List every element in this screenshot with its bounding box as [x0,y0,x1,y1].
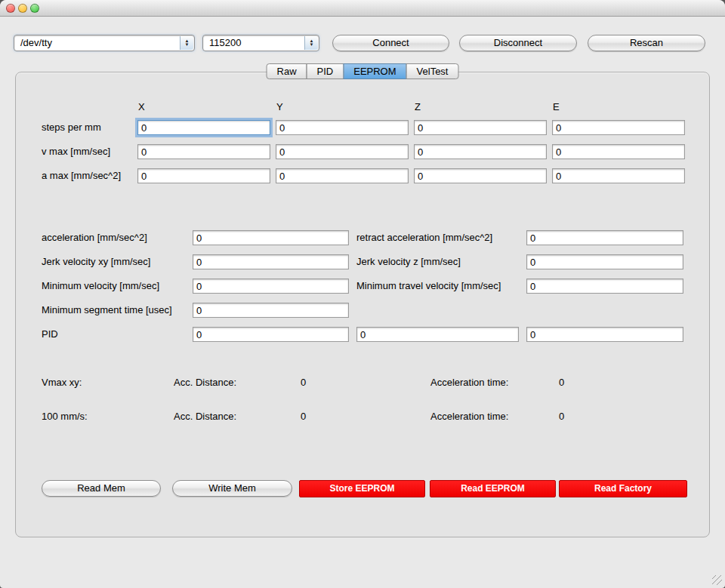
zoom-button[interactable] [30,4,39,13]
acceleration-input[interactable] [193,230,349,245]
minimize-button[interactable] [18,4,27,13]
jerk-velocity-z-label: Jerk velocity z [mm/sec] [356,254,461,269]
axis-header-y: Y [276,100,283,115]
port-select[interactable]: /dev/tty ▲▼ [14,35,195,51]
speed-100-label: 100 mm/s: [42,409,88,424]
jerk-velocity-xy-label: Jerk velocity xy [mm/sec] [42,254,150,269]
minimum-travel-velocity-input[interactable] [526,279,683,294]
a-max-label: a max [mm/sec^2] [42,168,121,183]
pid-d-input[interactable] [526,327,683,342]
acceleration-label: acceleration [mm/sec^2] [42,230,147,245]
baud-select-value: 115200 [209,37,241,48]
steps-per-mm-input-y[interactable] [276,120,409,135]
port-select-value: /dev/tty [20,37,52,48]
steps-per-mm-label: steps per mm [42,120,101,135]
close-button[interactable] [6,4,15,13]
minimum-segment-time-label: Minimum segment time [usec] [42,303,172,318]
read-factory-button[interactable]: Read Factory [559,480,687,497]
tab-eeprom[interactable]: EEPROM [343,63,406,79]
vmax-acc-distance-value: 0 [301,375,306,390]
speed-100-acc-time-label: Acceleration time: [430,409,508,424]
store-eeprom-button[interactable]: Store EEPROM [299,480,425,497]
baud-select[interactable]: 115200 ▲▼ [202,35,319,51]
vmax-acc-distance-label: Acc. Distance: [174,375,236,390]
tab-veltest[interactable]: VelTest [406,63,459,79]
vmax-xy-label: Vmax xy: [42,375,82,390]
minimum-velocity-label: Minimum velocity [mm/sec] [42,279,159,294]
vmax-acc-time-value: 0 [559,375,564,390]
a-max-input-x[interactable] [137,168,270,183]
read-eeprom-button[interactable]: Read EEPROM [430,480,556,497]
v-max-input-x[interactable] [137,144,270,159]
tab-raw[interactable]: Raw [267,63,307,79]
connect-button[interactable]: Connect [332,35,449,51]
v-max-label: v max [mm/sec] [42,144,110,159]
retract-acceleration-label: retract acceleration [mm/sec^2] [356,230,492,245]
pid-i-input[interactable] [356,327,519,342]
tab-pid[interactable]: PID [307,63,344,79]
titlebar [0,0,725,17]
speed-100-acc-time-value: 0 [559,409,564,424]
jerk-velocity-xy-input[interactable] [193,254,349,269]
steps-per-mm-input-e[interactable] [552,120,685,135]
minimum-travel-velocity-label: Minimum travel velocity [mm/sec] [356,279,501,294]
a-max-input-y[interactable] [276,168,409,183]
steps-per-mm-input-z[interactable] [414,120,547,135]
stepper-arrows-icon: ▲▼ [304,36,318,50]
stepper-arrows-icon: ▲▼ [180,36,193,50]
minimum-segment-time-input[interactable] [193,303,349,318]
retract-acceleration-input[interactable] [526,230,683,245]
v-max-input-z[interactable] [414,144,547,159]
disconnect-button[interactable]: Disconnect [459,35,577,51]
pid-p-input[interactable] [193,327,349,342]
pid-label: PID [42,327,58,342]
a-max-input-e[interactable] [552,168,685,183]
tab-bar: Raw PID EEPROM VelTest [267,63,459,79]
vmax-acc-time-label: Acceleration time: [430,375,508,390]
v-max-input-e[interactable] [552,144,685,159]
write-mem-button[interactable]: Write Mem [172,480,292,497]
rescan-button[interactable]: Rescan [588,35,705,51]
minimum-velocity-input[interactable] [193,279,349,294]
a-max-input-z[interactable] [414,168,547,183]
speed-100-acc-distance-label: Acc. Distance: [174,409,236,424]
v-max-input-y[interactable] [276,144,409,159]
axis-header-e: E [553,100,560,115]
app-window: /dev/tty ▲▼ 115200 ▲▼ Connect Disconnect… [0,0,725,588]
jerk-velocity-z-input[interactable] [526,254,683,269]
axis-header-x: X [138,100,145,115]
steps-per-mm-input-x[interactable] [137,120,270,135]
resize-grip-icon[interactable] [712,575,722,585]
speed-100-acc-distance-value: 0 [301,409,306,424]
axis-header-z: Z [415,100,421,115]
read-mem-button[interactable]: Read Mem [42,480,161,497]
